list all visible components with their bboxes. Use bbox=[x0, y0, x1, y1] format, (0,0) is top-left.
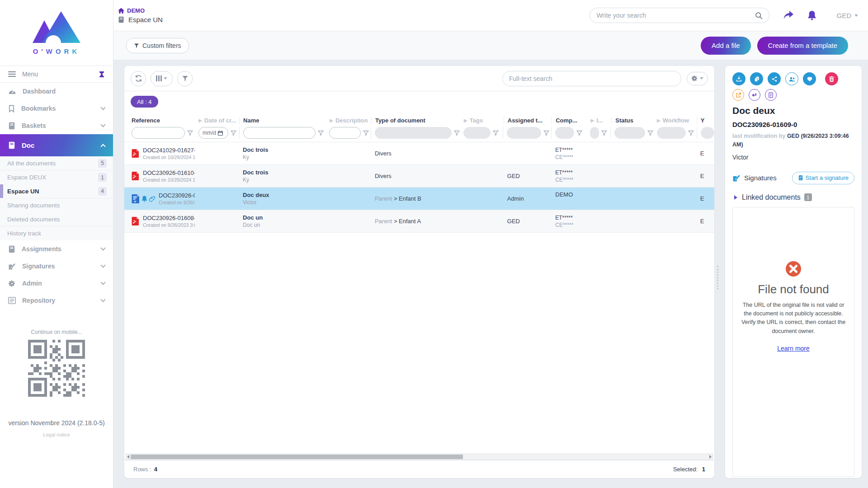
funnel-icon[interactable] bbox=[688, 130, 694, 136]
learn-more-link[interactable]: Learn more bbox=[777, 345, 810, 352]
column-header-reference[interactable]: Reference bbox=[128, 117, 195, 124]
column-header-name[interactable]: Name bbox=[239, 117, 326, 124]
document-reference: DOC230926-01609-0 bbox=[732, 121, 854, 128]
funnel-icon[interactable] bbox=[363, 130, 369, 136]
sidebar-menu-toggle[interactable]: Menu bbox=[0, 66, 113, 83]
sidebar-item-repository[interactable]: Repository bbox=[0, 292, 113, 309]
filter-chip-all[interactable]: All : 4 bbox=[131, 96, 158, 108]
table-row-selected[interactable]: w DOC230926-01609-0 Created on 9/26/2023… bbox=[124, 187, 714, 210]
filter-input-i[interactable] bbox=[590, 127, 599, 139]
funnel-icon[interactable] bbox=[187, 130, 193, 136]
legal-notice-link[interactable]: Legal notice bbox=[0, 432, 113, 437]
filter-button[interactable] bbox=[177, 71, 193, 86]
global-search-input[interactable]: Write your search bbox=[590, 8, 769, 23]
panel-resize-handle[interactable] bbox=[717, 266, 719, 289]
column-header-i[interactable]: ▶I... bbox=[587, 117, 611, 124]
sidebar-item-baskets[interactable]: Baskets bbox=[0, 117, 113, 134]
search-icon[interactable] bbox=[755, 12, 763, 19]
expand-column-icon[interactable]: ▶ bbox=[657, 118, 660, 123]
filter-input-y[interactable] bbox=[701, 127, 714, 139]
funnel-icon[interactable] bbox=[454, 130, 460, 136]
column-header-company[interactable]: Comp... bbox=[552, 117, 587, 124]
sidebar-item-signatures[interactable]: Signatures bbox=[0, 258, 113, 275]
favorite-button[interactable] bbox=[803, 72, 816, 85]
expand-column-icon[interactable]: ▶ bbox=[330, 118, 333, 123]
sidebar-subitem-sharing-documents[interactable]: Sharing documents bbox=[0, 198, 113, 212]
table-settings-button[interactable] bbox=[687, 72, 708, 85]
column-header-assigned[interactable]: Assigned t... bbox=[504, 117, 552, 124]
share-button[interactable] bbox=[783, 10, 794, 20]
column-header-workflow[interactable]: ▶Workflow bbox=[653, 117, 697, 124]
return-button[interactable]: ↵ bbox=[749, 89, 760, 101]
funnel-icon[interactable] bbox=[493, 130, 499, 136]
signature-doc-icon bbox=[798, 175, 803, 181]
document-properties-button[interactable] bbox=[765, 89, 777, 101]
refresh-button[interactable] bbox=[131, 71, 146, 86]
sidebar-subitem-espace-deux[interactable]: Espace DEUX 1 bbox=[0, 170, 113, 184]
filter-input-type[interactable] bbox=[375, 127, 452, 139]
table-toolbar: Full-text search bbox=[124, 66, 714, 91]
sidebar-item-dashboard[interactable]: Dashboard bbox=[0, 83, 113, 100]
download-button[interactable] bbox=[732, 72, 745, 85]
share-button[interactable] bbox=[768, 72, 781, 85]
chevron-up-icon bbox=[100, 144, 105, 149]
expand-column-icon[interactable]: ▶ bbox=[198, 118, 202, 123]
funnel-icon[interactable] bbox=[576, 130, 582, 136]
notifications-button[interactable] bbox=[807, 10, 816, 20]
sidebar-item-bookmarks[interactable]: Bookmarks bbox=[0, 100, 113, 117]
horizontal-scrollbar[interactable] bbox=[126, 454, 713, 460]
linked-documents-toggle[interactable]: Linked documents 1 bbox=[732, 193, 854, 202]
funnel-icon[interactable] bbox=[647, 130, 653, 136]
sidebar-subitem-espace-un[interactable]: Espace UN 4 bbox=[0, 184, 113, 198]
funnel-icon[interactable] bbox=[318, 130, 324, 136]
sidebar-subitem-deleted-documents[interactable]: Deleted documents bbox=[0, 212, 113, 226]
sidebar-item-assignments[interactable]: Assignments bbox=[0, 240, 113, 258]
add-file-button[interactable]: Add a file bbox=[701, 37, 751, 55]
column-header-description[interactable]: ▶Description bbox=[326, 117, 371, 124]
subitem-label: All the documents bbox=[7, 160, 98, 167]
column-header-status[interactable]: Status bbox=[611, 117, 653, 124]
expand-column-icon[interactable]: ▶ bbox=[590, 118, 594, 123]
qr-code bbox=[28, 340, 85, 397]
table-row[interactable]: DOC241029-01627-0 Created on 10/29/2024 … bbox=[124, 142, 714, 164]
create-from-template-button[interactable]: Create from a template bbox=[757, 37, 848, 55]
calendar-icon[interactable] bbox=[218, 131, 223, 136]
funnel-icon[interactable] bbox=[231, 130, 236, 136]
column-header-type[interactable]: Type of document bbox=[371, 117, 460, 124]
breadcrumb-root[interactable]: DEMO bbox=[118, 7, 163, 14]
fulltext-search-input[interactable]: Full-text search bbox=[502, 71, 681, 86]
funnel-icon[interactable] bbox=[543, 130, 549, 136]
pin-icon[interactable] bbox=[99, 71, 105, 78]
open-external-button[interactable] bbox=[732, 89, 744, 101]
funnel-icon[interactable] bbox=[601, 130, 607, 136]
table-row[interactable]: DOC230926-01608-0 Created on 9/26/2023 3… bbox=[124, 210, 714, 232]
filter-input-status[interactable] bbox=[614, 127, 645, 139]
filter-input-tags[interactable] bbox=[463, 127, 491, 139]
delete-button[interactable] bbox=[825, 72, 838, 85]
filter-input-date[interactable]: mm/d bbox=[198, 127, 228, 139]
scrollbar-thumb[interactable] bbox=[131, 455, 463, 459]
assign-users-button[interactable] bbox=[785, 72, 798, 85]
custom-filters-button[interactable]: Custom filters bbox=[126, 38, 189, 53]
copy-button[interactable] bbox=[750, 72, 763, 85]
user-menu[interactable]: GED bbox=[836, 12, 858, 19]
scroll-right-arrow[interactable] bbox=[709, 455, 712, 459]
scroll-left-arrow[interactable] bbox=[127, 455, 129, 459]
column-header-tags[interactable]: ▶Tags bbox=[460, 117, 504, 124]
sidebar-subitem-history-track[interactable]: History track bbox=[0, 226, 113, 240]
sidebar-subitem-all-documents[interactable]: All the documents 5 bbox=[0, 156, 113, 170]
filter-input-workflow[interactable] bbox=[657, 127, 686, 139]
column-header-date[interactable]: ▶Date of cr... bbox=[195, 117, 239, 124]
sidebar-item-admin[interactable]: Admin bbox=[0, 275, 113, 292]
filter-input-company[interactable] bbox=[555, 127, 574, 139]
column-header-y[interactable]: Y bbox=[697, 117, 714, 124]
filter-input-assigned[interactable] bbox=[507, 127, 541, 139]
table-row[interactable]: DOC230926-01610-3 Created on 10/29/2024 … bbox=[124, 164, 714, 187]
sidebar-item-doc-active[interactable]: Doc bbox=[0, 134, 113, 156]
columns-button[interactable] bbox=[151, 71, 173, 86]
filter-input-reference[interactable] bbox=[132, 127, 185, 139]
start-signature-button[interactable]: Start a signature bbox=[792, 172, 854, 184]
filter-input-name[interactable] bbox=[243, 127, 316, 139]
expand-column-icon[interactable]: ▶ bbox=[464, 118, 467, 123]
filter-input-description[interactable] bbox=[329, 127, 361, 139]
